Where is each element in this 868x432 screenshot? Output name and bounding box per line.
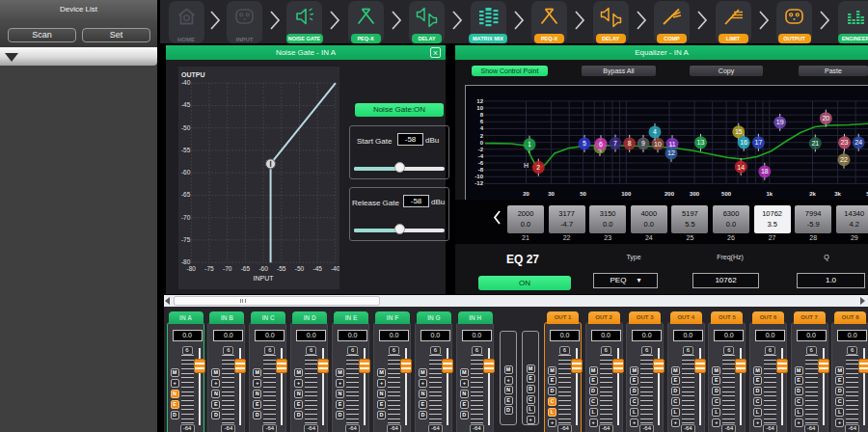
svg-text:-4: -4: [478, 153, 484, 159]
svg-text:30: 30: [548, 191, 555, 197]
svg-text:-10: -10: [475, 174, 483, 179]
svg-text:22: 22: [840, 156, 848, 163]
svg-text:13: 13: [697, 139, 705, 146]
svg-text:500: 500: [721, 191, 732, 197]
svg-text:-45: -45: [181, 101, 191, 108]
svg-text:-60: -60: [258, 265, 268, 272]
svg-text:200: 200: [665, 191, 675, 197]
svg-text:18: 18: [761, 168, 769, 175]
svg-text:5: 5: [583, 140, 586, 147]
svg-text:INPUT: INPUT: [254, 275, 275, 282]
svg-text:-40: -40: [181, 79, 191, 86]
svg-text:12: 12: [667, 149, 675, 156]
svg-text:4: 4: [653, 128, 657, 135]
svg-text:24: 24: [854, 139, 862, 146]
svg-text:-65: -65: [181, 191, 191, 198]
svg-text:H: H: [524, 162, 529, 169]
svg-text:19: 19: [776, 119, 784, 125]
svg-text:7: 7: [613, 140, 617, 147]
svg-text:-80: -80: [187, 265, 197, 272]
svg-text:-70: -70: [223, 265, 232, 272]
svg-text:-50: -50: [181, 124, 191, 131]
svg-text:-75: -75: [181, 236, 191, 243]
svg-text:100: 100: [621, 191, 632, 197]
svg-text:-45: -45: [312, 265, 322, 272]
svg-text:-6: -6: [478, 160, 484, 166]
svg-text:-8: -8: [478, 167, 484, 173]
svg-text:11: 11: [668, 141, 675, 148]
svg-text:-65: -65: [241, 265, 251, 272]
svg-text:10: 10: [654, 141, 662, 148]
svg-text:15: 15: [735, 128, 743, 135]
svg-text:-75: -75: [204, 265, 214, 272]
svg-text:20: 20: [523, 191, 529, 197]
svg-text:300: 300: [690, 191, 700, 197]
svg-text:-70: -70: [181, 214, 191, 221]
svg-text:-2: -2: [478, 147, 484, 152]
svg-text:OUTPU: OUTPU: [181, 71, 205, 78]
svg-text:8: 8: [628, 140, 632, 147]
svg-text:12: 12: [476, 98, 483, 104]
svg-text:-40: -40: [331, 265, 339, 272]
svg-text:-12: -12: [475, 180, 483, 186]
svg-text:3k: 3k: [834, 191, 841, 197]
svg-text:21: 21: [811, 140, 819, 147]
svg-text:23: 23: [841, 139, 849, 146]
svg-text:20: 20: [822, 115, 829, 122]
svg-text:-80: -80: [181, 258, 191, 265]
svg-text:2k: 2k: [809, 191, 816, 197]
svg-text:16: 16: [740, 139, 747, 146]
svg-text:14: 14: [737, 164, 745, 171]
svg-text:-55: -55: [181, 147, 191, 153]
svg-text:17: 17: [755, 139, 763, 146]
svg-text:-50: -50: [295, 265, 305, 272]
svg-text:10: 10: [476, 105, 483, 111]
svg-text:-60: -60: [181, 169, 191, 176]
svg-text:-55: -55: [277, 265, 286, 272]
svg-text:6: 6: [599, 141, 603, 148]
svg-text:1: 1: [528, 141, 531, 148]
svg-text:9: 9: [641, 140, 645, 147]
svg-text:50: 50: [580, 191, 586, 197]
svg-text:1k: 1k: [766, 191, 773, 197]
svg-text:2: 2: [536, 164, 540, 171]
